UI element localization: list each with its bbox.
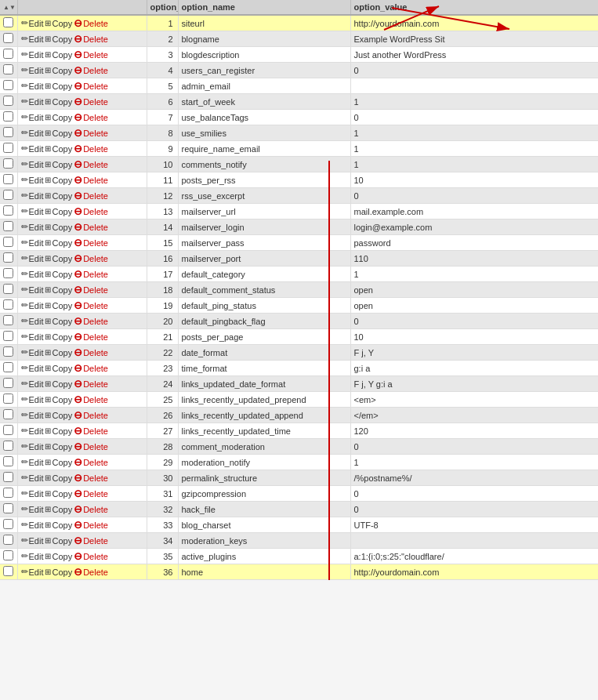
edit-button[interactable]: ✏ Edit	[21, 347, 44, 357]
edit-button[interactable]: ✏ Edit	[21, 143, 44, 154]
edit-button[interactable]: ✏ Edit	[21, 18, 44, 28]
delete-button[interactable]: ⊖ Delete	[74, 362, 108, 374]
row-checkbox[interactable]	[3, 268, 13, 278]
edit-button[interactable]: ✏ Edit	[21, 206, 44, 216]
copy-button[interactable]: ⊞ Copy	[45, 66, 72, 75]
delete-button[interactable]: ⊖ Delete	[74, 174, 108, 186]
copy-button[interactable]: ⊞ Copy	[45, 82, 72, 91]
row-checkbox[interactable]	[3, 362, 13, 372]
edit-button[interactable]: ✏ Edit	[21, 128, 44, 138]
row-checkbox[interactable]	[3, 80, 13, 90]
row-checkbox[interactable]	[3, 472, 13, 482]
edit-button[interactable]: ✏ Edit	[21, 96, 44, 107]
row-checkbox[interactable]	[3, 221, 13, 231]
row-checkbox[interactable]	[3, 158, 13, 169]
copy-button[interactable]: ⊞ Copy	[45, 97, 72, 107]
edit-button[interactable]: ✏ Edit	[21, 300, 44, 310]
delete-button[interactable]: ⊖ Delete	[74, 425, 108, 437]
delete-button[interactable]: ⊖ Delete	[74, 237, 108, 248]
edit-button[interactable]: ✏ Edit	[21, 65, 44, 75]
edit-button[interactable]: ✏ Edit	[21, 222, 44, 232]
delete-button[interactable]: ⊖ Delete	[74, 80, 108, 92]
delete-button[interactable]: ⊖ Delete	[74, 566, 108, 578]
row-checkbox[interactable]	[3, 394, 13, 404]
delete-button[interactable]: ⊖ Delete	[74, 221, 108, 233]
edit-button[interactable]: ✏ Edit	[21, 567, 44, 577]
copy-button[interactable]: ⊞ Copy	[45, 176, 72, 185]
row-checkbox[interactable]	[3, 519, 13, 529]
edit-button[interactable]: ✏ Edit	[21, 488, 44, 499]
copy-button[interactable]: ⊞ Copy	[45, 332, 72, 342]
row-checkbox[interactable]	[3, 49, 13, 59]
copy-button[interactable]: ⊞ Copy	[45, 520, 72, 530]
row-checkbox[interactable]	[3, 96, 13, 106]
delete-button[interactable]: ⊖ Delete	[74, 378, 108, 390]
copy-button[interactable]: ⊞ Copy	[45, 364, 72, 373]
row-checkbox[interactable]	[3, 456, 13, 466]
delete-button[interactable]: ⊖ Delete	[74, 299, 108, 311]
row-checkbox[interactable]	[3, 299, 13, 310]
delete-button[interactable]: ⊖ Delete	[74, 17, 108, 29]
copy-button[interactable]: ⊞ Copy	[45, 254, 72, 263]
delete-button[interactable]: ⊖ Delete	[74, 456, 108, 468]
copy-button[interactable]: ⊞ Copy	[45, 317, 72, 326]
edit-button[interactable]: ✏ Edit	[21, 175, 44, 185]
edit-button[interactable]: ✏ Edit	[21, 49, 44, 60]
copy-button[interactable]: ⊞ Copy	[45, 113, 72, 122]
copy-button[interactable]: ⊞ Copy	[45, 270, 72, 279]
delete-button[interactable]: ⊖ Delete	[74, 268, 108, 280]
copy-button[interactable]: ⊞ Copy	[45, 536, 72, 546]
copy-button[interactable]: ⊞ Copy	[45, 568, 72, 577]
row-checkbox[interactable]	[3, 174, 13, 184]
copy-button[interactable]: ⊞ Copy	[45, 379, 72, 389]
row-checkbox[interactable]	[3, 237, 13, 247]
copy-button[interactable]: ⊞ Copy	[45, 411, 72, 420]
delete-button[interactable]: ⊖ Delete	[74, 346, 108, 358]
edit-button[interactable]: ✏ Edit	[21, 410, 44, 420]
row-checkbox[interactable]	[3, 346, 13, 357]
delete-button[interactable]: ⊖ Delete	[74, 519, 108, 531]
edit-button[interactable]: ✏ Edit	[21, 441, 44, 452]
copy-button[interactable]: ⊞ Copy	[45, 34, 72, 44]
edit-button[interactable]: ✏ Edit	[21, 332, 44, 342]
row-checkbox[interactable]	[3, 127, 13, 137]
row-checkbox[interactable]	[3, 64, 13, 74]
delete-button[interactable]: ⊖ Delete	[74, 205, 108, 217]
row-checkbox[interactable]	[3, 566, 13, 576]
edit-button[interactable]: ✏ Edit	[21, 457, 44, 467]
copy-button[interactable]: ⊞ Copy	[45, 395, 72, 404]
row-checkbox[interactable]	[3, 284, 13, 294]
copy-button[interactable]: ⊞ Copy	[45, 19, 72, 28]
copy-button[interactable]: ⊞ Copy	[45, 285, 72, 295]
copy-button[interactable]: ⊞ Copy	[45, 426, 72, 436]
delete-button[interactable]: ⊖ Delete	[74, 488, 108, 499]
delete-button[interactable]: ⊖ Delete	[74, 503, 108, 515]
copy-button[interactable]: ⊞ Copy	[45, 207, 72, 216]
copy-button[interactable]: ⊞ Copy	[45, 223, 72, 232]
row-checkbox[interactable]	[3, 378, 13, 388]
delete-button[interactable]: ⊖ Delete	[74, 550, 108, 562]
row-checkbox[interactable]	[3, 205, 13, 216]
edit-button[interactable]: ✏ Edit	[21, 394, 44, 404]
edit-button[interactable]: ✏ Edit	[21, 285, 44, 295]
copy-button[interactable]: ⊞ Copy	[45, 489, 72, 499]
copy-button[interactable]: ⊞ Copy	[45, 458, 72, 467]
edit-button[interactable]: ✏ Edit	[21, 473, 44, 483]
delete-button[interactable]: ⊖ Delete	[74, 49, 108, 60]
row-checkbox[interactable]	[3, 331, 13, 341]
copy-button[interactable]: ⊞ Copy	[45, 160, 72, 169]
edit-button[interactable]: ✏ Edit	[21, 504, 44, 514]
row-checkbox[interactable]	[3, 315, 13, 325]
row-checkbox[interactable]	[3, 550, 13, 560]
delete-button[interactable]: ⊖ Delete	[74, 252, 108, 264]
edit-button[interactable]: ✏ Edit	[21, 81, 44, 91]
copy-button[interactable]: ⊞ Copy	[45, 552, 72, 561]
copy-button[interactable]: ⊞ Copy	[45, 144, 72, 154]
edit-button[interactable]: ✏ Edit	[21, 190, 44, 201]
row-checkbox[interactable]	[3, 488, 13, 498]
edit-button[interactable]: ✏ Edit	[21, 379, 44, 389]
edit-button[interactable]: ✏ Edit	[21, 238, 44, 248]
copy-button[interactable]: ⊞ Copy	[45, 348, 72, 357]
delete-button[interactable]: ⊖ Delete	[74, 143, 108, 154]
row-checkbox[interactable]	[3, 17, 13, 27]
